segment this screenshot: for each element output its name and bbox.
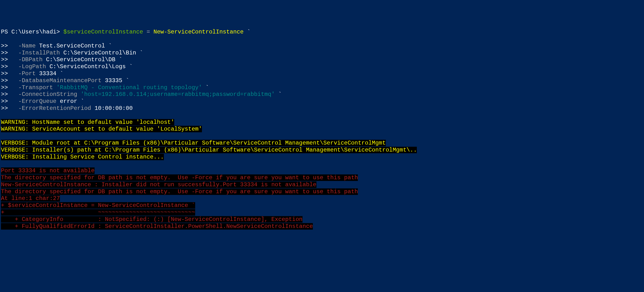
error-line: The directory specified for DB path is n… bbox=[1, 188, 643, 195]
error-text: + ~~~~~~~~~~~~~~~~~~~~~~~~~~~~ bbox=[1, 209, 195, 216]
param-line[interactable]: >> -LogPath C:\ServiceControl\Logs ` bbox=[1, 63, 643, 70]
param-name: -ErrorRetentionPeriod bbox=[18, 105, 91, 112]
param-line[interactable]: >> -DatabaseMaintenancePort 33335 ` bbox=[1, 77, 643, 84]
error-text: The directory specified for DB path is n… bbox=[1, 188, 358, 195]
param-line[interactable]: >> -Transport 'RabbitMQ - Conventional r… bbox=[1, 84, 643, 91]
param-name: -InstallPath bbox=[18, 50, 60, 56]
continuation-prompt: >> bbox=[1, 56, 18, 63]
param-line[interactable]: >> -ErrorRetentionPeriod 10:00:00:00 bbox=[1, 105, 643, 112]
param-value: error bbox=[60, 98, 77, 105]
error-line: At line:1 char:27 bbox=[1, 195, 643, 202]
param-name: -LogPath bbox=[18, 63, 46, 70]
continuation-prompt: >> bbox=[1, 50, 18, 56]
error-line: + FullyQualifiedErrorId : ServiceControl… bbox=[1, 223, 643, 230]
verbose-line: VERBOSE: Module root at C:\Program Files… bbox=[1, 140, 643, 147]
error-line: + ~~~~~~~~~~~~~~~~~~~~~~~~~~~~ bbox=[1, 209, 643, 216]
error-text: + CategoryInfo : NotSpecified: (:) [New-… bbox=[1, 216, 302, 223]
param-line[interactable]: >> -InstallPath C:\ServiceControl\Bin ` bbox=[1, 50, 643, 57]
warning-line: WARNING: ServiceAccount set to default v… bbox=[1, 126, 643, 133]
param-string: 'host=192.168.0.114;username=rabbitmq;pa… bbox=[80, 91, 275, 98]
param-value: 10:00:00:00 bbox=[94, 105, 132, 112]
warning-text: WARNING: HostName set to default value '… bbox=[1, 119, 174, 126]
line-continuation: ` bbox=[202, 84, 209, 91]
param-name: -ErrorQueue bbox=[18, 98, 56, 105]
error-text: Port 33334 is not available bbox=[1, 167, 94, 174]
param-name: -DatabaseMaintenancePort bbox=[18, 77, 102, 84]
param-line[interactable]: >> -ErrorQueue error ` bbox=[1, 98, 643, 105]
param-line[interactable]: >> -DBPath C:\ServiceControl\DB ` bbox=[1, 56, 643, 63]
param-name: -ConnectionString bbox=[18, 91, 77, 98]
param-value: Test.ServiceControl bbox=[39, 43, 105, 49]
continuation-prompt: >> bbox=[1, 91, 18, 98]
equals-sign: = bbox=[143, 29, 154, 35]
param-string: 'RabbitMQ - Conventional routing topolog… bbox=[56, 84, 202, 91]
error-line: The directory specified for DB path is n… bbox=[1, 174, 643, 181]
param-value: 33334 bbox=[39, 70, 56, 77]
param-value: C:\ServiceControl\DB bbox=[46, 56, 115, 63]
param-line[interactable]: >> -ConnectionString 'host=192.168.0.114… bbox=[1, 91, 643, 98]
param-name: -Port bbox=[18, 70, 36, 77]
command-line[interactable]: PS C:\Users\hadi> $serviceControlInstanc… bbox=[1, 29, 643, 36]
error-line: Port 33334 is not available bbox=[1, 167, 643, 174]
verbose-line: VERBOSE: Installer(s) path at C:\Program… bbox=[1, 147, 643, 154]
error-line: New-ServiceControlInstance : Installer d… bbox=[1, 181, 643, 188]
line-continuation: ` bbox=[105, 43, 112, 49]
param-value: 33335 bbox=[105, 77, 122, 84]
param-value: C:\ServiceControl\Logs bbox=[50, 63, 126, 70]
error-text: At line:1 char:27 bbox=[1, 195, 60, 202]
line-continuation: ` bbox=[115, 56, 122, 63]
error-line: + CategoryInfo : NotSpecified: (:) [New-… bbox=[1, 216, 643, 223]
param-value: C:\ServiceControl\Bin bbox=[63, 50, 136, 56]
line-continuation: ` bbox=[122, 77, 129, 84]
continuation-prompt: >> bbox=[1, 77, 18, 84]
line-continuation: ` bbox=[77, 98, 84, 105]
error-text: The directory specified for DB path is n… bbox=[1, 174, 358, 181]
continuation-prompt: >> bbox=[1, 63, 18, 70]
verbose-line: VERBOSE: Installing Service Control inst… bbox=[1, 154, 643, 161]
line-continuation: ` bbox=[136, 50, 143, 56]
error-text: + FullyQualifiedErrorId : ServiceControl… bbox=[1, 223, 313, 230]
param-name: -DBPath bbox=[18, 56, 42, 63]
variable-name: $serviceControlInstance bbox=[63, 29, 143, 35]
line-continuation: ` bbox=[244, 29, 250, 35]
continuation-prompt: >> bbox=[1, 84, 18, 91]
warning-line: WARNING: HostName set to default value '… bbox=[1, 119, 643, 126]
continuation-prompt: >> bbox=[1, 98, 18, 105]
ps-prompt: PS C:\Users\hadi> bbox=[1, 29, 63, 35]
error-text: + $serviceControlInstance = New-ServiceC… bbox=[1, 202, 195, 209]
error-text: New-ServiceControlInstance : Installer d… bbox=[1, 181, 316, 188]
param-name: -Name bbox=[18, 43, 36, 49]
line-continuation: ` bbox=[126, 63, 133, 70]
param-name: -Transport bbox=[18, 84, 53, 91]
warning-text: WARNING: ServiceAccount set to default v… bbox=[1, 126, 202, 132]
param-line[interactable]: >> -Port 33334 ` bbox=[1, 70, 643, 77]
verbose-text: VERBOSE: Installing Service Control inst… bbox=[1, 154, 164, 160]
line-continuation: ` bbox=[275, 91, 282, 98]
param-line[interactable]: >> -Name Test.ServiceControl ` bbox=[1, 43, 643, 50]
line-continuation: ` bbox=[56, 70, 63, 77]
error-line: + $serviceControlInstance = New-ServiceC… bbox=[1, 202, 643, 209]
continuation-prompt: >> bbox=[1, 105, 18, 112]
cmdlet-name: New-ServiceControlInstance bbox=[154, 29, 244, 35]
verbose-text: VERBOSE: Installer(s) path at C:\Program… bbox=[1, 147, 417, 153]
continuation-prompt: >> bbox=[1, 70, 18, 77]
continuation-prompt: >> bbox=[1, 43, 18, 49]
verbose-text: VERBOSE: Module root at C:\Program Files… bbox=[1, 140, 386, 146]
